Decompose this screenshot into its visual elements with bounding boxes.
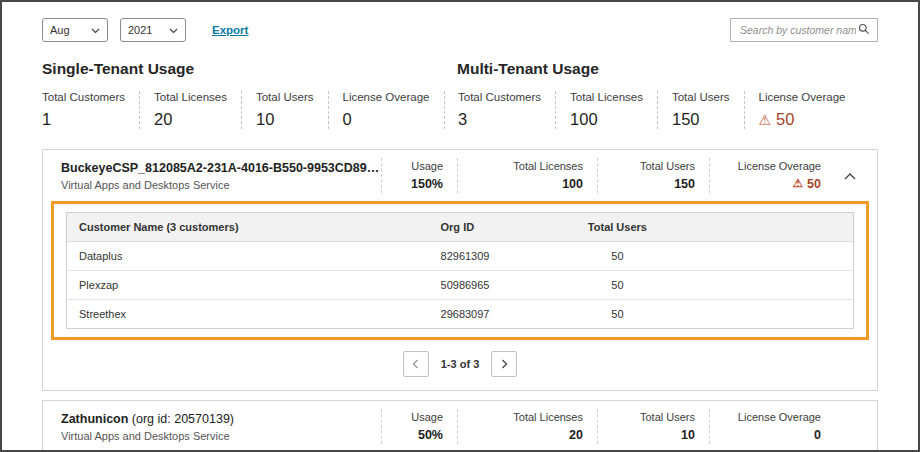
tenant-card-collapsed: Zathunicon (org id: 20570139) Virtual Ap… bbox=[42, 400, 878, 452]
column-header-customer-name: Customer Name (3 customers) bbox=[67, 213, 429, 242]
stat-value: 150 bbox=[612, 177, 695, 191]
stat-label: Total Users bbox=[256, 91, 314, 103]
tenant-org-id: (org id: 20570139) bbox=[132, 412, 234, 426]
year-select-value: 2021 bbox=[128, 24, 152, 36]
tenant-service: Virtual Apps and Desktops Service bbox=[61, 179, 381, 191]
search-input[interactable] bbox=[738, 23, 858, 37]
stat-label: Total Customers bbox=[42, 91, 125, 103]
stat-label: Usage bbox=[396, 411, 443, 423]
collapse-button[interactable] bbox=[835, 168, 865, 183]
tenant-title-block: Zathunicon (org id: 20570139) Virtual Ap… bbox=[61, 412, 381, 442]
stat-value: 0 bbox=[724, 428, 821, 442]
table-spacer-cell bbox=[704, 300, 854, 329]
stat-label: Total Customers bbox=[458, 91, 541, 103]
table-row: Dataplus 82961309 50 bbox=[67, 242, 854, 271]
stat-value: 20 bbox=[154, 110, 227, 129]
stat-label: Total Users bbox=[612, 411, 695, 423]
table-header-row: Customer Name (3 customers) Org ID Total… bbox=[67, 213, 854, 242]
cell-org-id: 50986965 bbox=[429, 271, 531, 300]
column-header-total-users: Total Users bbox=[531, 213, 704, 242]
chevron-down-icon bbox=[169, 24, 178, 36]
chevron-right-icon bbox=[501, 357, 508, 372]
stat-label: Total Licenses bbox=[472, 160, 583, 172]
toolbar: Aug 2021 Export bbox=[2, 2, 918, 42]
stat-label: License Overage bbox=[724, 411, 821, 423]
stat-label: License Overage bbox=[759, 91, 846, 103]
stat-license-overage: License Overage 0 bbox=[328, 91, 444, 129]
search-icon[interactable] bbox=[858, 21, 870, 39]
tenant-card-header: BuckeyeCSP_812085A2-231A-4016-B550-9953C… bbox=[43, 150, 877, 201]
warning-icon: ⚠ bbox=[793, 178, 803, 190]
next-page-button[interactable] bbox=[491, 351, 517, 377]
pagination: 1-3 of 3 bbox=[43, 340, 877, 390]
stat-value: 1 bbox=[42, 110, 125, 129]
usage-summary: Single-Tenant Usage Total Customers 1 To… bbox=[2, 42, 918, 129]
stat-total-users: Total Users 10 bbox=[241, 91, 328, 129]
stat-total-licenses: Total Licenses 100 bbox=[457, 158, 597, 193]
stat-value: 100 bbox=[570, 110, 643, 129]
cell-customer-name: Dataplus bbox=[67, 242, 429, 271]
customer-table: Customer Name (3 customers) Org ID Total… bbox=[66, 212, 854, 329]
cell-total-users: 50 bbox=[531, 242, 704, 271]
stat-label: Total Licenses bbox=[570, 91, 643, 103]
month-select-value: Aug bbox=[50, 24, 70, 36]
overage-count: 50 bbox=[807, 177, 821, 191]
cell-customer-name: Plexzap bbox=[67, 271, 429, 300]
tenant-name-text: Zathunicon bbox=[61, 412, 128, 426]
stat-total-customers: Total Customers 1 bbox=[42, 91, 139, 129]
stat-value: 50% bbox=[396, 428, 443, 442]
table-spacer-cell bbox=[704, 271, 854, 300]
stat-total-users: Total Users 150 bbox=[657, 91, 744, 129]
tenant-name: BuckeyeCSP_812085A2-231A-4016-B550-9953C… bbox=[61, 161, 381, 175]
stat-value: 0 bbox=[343, 110, 430, 129]
warning-icon: ⚠ bbox=[759, 113, 772, 127]
tenant-card-header[interactable]: Zathunicon (org id: 20570139) Virtual Ap… bbox=[43, 401, 877, 452]
stat-total-licenses: Total Licenses 20 bbox=[139, 91, 241, 129]
multi-tenant-section: Multi-Tenant Usage Total Customers 3 Tot… bbox=[444, 60, 878, 129]
year-select[interactable]: 2021 bbox=[120, 18, 186, 42]
chevron-left-icon bbox=[412, 357, 419, 372]
stat-label: License Overage bbox=[343, 91, 430, 103]
stat-total-licenses: Total Licenses 100 bbox=[555, 91, 657, 129]
tenant-name: Zathunicon (org id: 20570139) bbox=[61, 412, 381, 426]
single-tenant-title: Single-Tenant Usage bbox=[42, 60, 444, 78]
stat-license-overage: License Overage 0 bbox=[709, 409, 835, 444]
cell-customer-name: Streethex bbox=[67, 300, 429, 329]
stat-label: Total Licenses bbox=[472, 411, 583, 423]
search-box bbox=[730, 18, 878, 42]
stat-total-licenses: Total Licenses 20 bbox=[457, 409, 597, 444]
stat-license-overage: License Overage ⚠ 50 bbox=[709, 158, 835, 193]
stat-value: 3 bbox=[458, 110, 541, 129]
stat-value: 20 bbox=[472, 428, 583, 442]
column-header-org-id: Org ID bbox=[429, 213, 531, 242]
stat-total-customers: Total Customers 3 bbox=[458, 91, 555, 129]
stat-value: 100 bbox=[472, 177, 583, 191]
single-tenant-section: Single-Tenant Usage Total Customers 1 To… bbox=[42, 60, 444, 129]
month-select[interactable]: Aug bbox=[42, 18, 108, 42]
license-usage-page: Aug 2021 Export Single-Tenant Usage Tota… bbox=[0, 0, 920, 452]
cell-total-users: 50 bbox=[531, 300, 704, 329]
table-row: Plexzap 50986965 50 bbox=[67, 271, 854, 300]
tenant-stats: Usage 150% Total Licenses 100 Total User… bbox=[381, 158, 835, 193]
previous-page-button[interactable] bbox=[403, 351, 429, 377]
stat-value: ⚠ 50 bbox=[724, 177, 821, 191]
stat-label: License Overage bbox=[724, 160, 821, 172]
tenant-service: Virtual Apps and Desktops Service bbox=[61, 430, 381, 442]
cell-org-id: 82961309 bbox=[429, 242, 531, 271]
table-spacer-cell bbox=[704, 213, 854, 242]
overage-count: 50 bbox=[776, 110, 794, 129]
stat-value: 10 bbox=[612, 428, 695, 442]
stat-value: 150% bbox=[396, 177, 443, 191]
page-range-label: 1-3 of 3 bbox=[441, 358, 480, 370]
stat-value: 150 bbox=[672, 110, 730, 129]
stat-value: ⚠ 50 bbox=[759, 110, 846, 129]
stat-total-users: Total Users 10 bbox=[597, 409, 709, 444]
stat-label: Total Users bbox=[672, 91, 730, 103]
multi-tenant-stats: Total Customers 3 Total Licenses 100 Tot… bbox=[444, 91, 878, 129]
cell-total-users: 50 bbox=[531, 271, 704, 300]
export-link[interactable]: Export bbox=[212, 24, 248, 36]
stat-value: 10 bbox=[256, 110, 314, 129]
stat-usage: Usage 150% bbox=[381, 158, 457, 193]
table-spacer-cell bbox=[704, 242, 854, 271]
chevron-down-icon bbox=[91, 24, 100, 36]
